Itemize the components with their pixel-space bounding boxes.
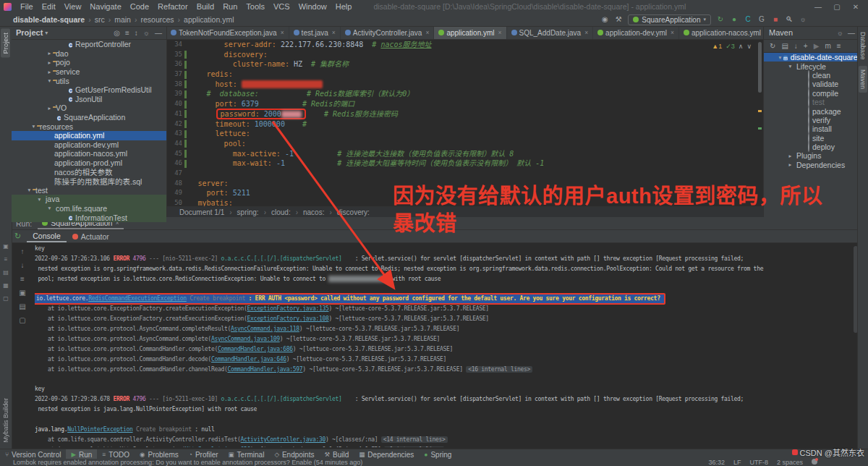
maven-tree-item[interactable]: test (764, 98, 859, 106)
tool-window-button-endpoints[interactable]: ◇Endpoints (269, 449, 319, 459)
services-icon[interactable]: ▤ (3, 269, 9, 276)
expand-icon[interactable]: ↕ (135, 29, 138, 37)
profiler-button[interactable]: C (744, 15, 752, 24)
menu-item-tools[interactable]: Tools (242, 2, 269, 11)
locate-file-icon[interactable]: ◎ (114, 29, 120, 37)
editor-breadcrumb-item[interactable]: Document 1/1 (179, 208, 224, 216)
run-configuration-select[interactable]: SquareApplication ▾ (628, 14, 711, 25)
maven-tree-item[interactable]: install (764, 124, 859, 133)
maven-tree-item[interactable]: compile (764, 89, 859, 98)
tool-window-button-run[interactable]: ▶Run (66, 449, 97, 459)
close-icon[interactable]: × (332, 29, 336, 36)
panel-settings-gear-icon[interactable]: ☼ (143, 29, 150, 37)
tab-actuator[interactable]: Actuator (67, 230, 115, 242)
maven-tree-item[interactable]: clean (764, 71, 859, 80)
status-message[interactable]: Lombok requires enabled annotation proce… (13, 459, 362, 466)
tool-window-button-spring[interactable]: ●Spring (419, 449, 456, 459)
breadcrumb-item[interactable]: disable-date-square (13, 15, 85, 24)
project-tree-item[interactable]: ▸VO (12, 103, 166, 113)
menu-item-window[interactable]: Window (294, 2, 331, 11)
editor-tab[interactable]: application-dev.yml× (593, 26, 679, 39)
maven-tree-item[interactable]: ▾mdisable-date-square (764, 53, 859, 62)
stack-trace-link[interactable]: RedisCommandExecutionException (88, 295, 187, 302)
prev-issue-icon[interactable]: ∧ (739, 43, 744, 50)
project-tree-item[interactable]: ▸pojo (12, 58, 166, 67)
editor-breadcrumb-item[interactable]: nacos: (303, 208, 324, 216)
menu-item-file[interactable]: File (16, 2, 38, 11)
stack-trace-link[interactable]: CommandHandler.java:646 (211, 356, 286, 363)
project-tree-item[interactable]: ▾utils (12, 76, 166, 85)
project-tree-item[interactable]: CReportController (12, 40, 166, 49)
editor-tab[interactable]: application.yml× (434, 26, 506, 39)
editor-scrollbar[interactable] (757, 41, 762, 206)
editor-tab[interactable]: TokenNotFoundException.java× (166, 26, 289, 39)
bookmarks-icon[interactable]: ▦ (3, 282, 9, 289)
project-tree-item[interactable]: ▸service (12, 67, 166, 77)
project-tree-item[interactable]: application-dev.yml (12, 140, 166, 150)
menu-item-vcs[interactable]: VCS (269, 2, 294, 11)
caret-position[interactable]: 36:32 (708, 459, 725, 466)
project-tree-item[interactable]: ▾resources (12, 122, 166, 131)
rerun-button[interactable]: ↻ (716, 15, 725, 24)
maven-add-icon[interactable]: + (804, 42, 808, 50)
project-tree-item[interactable]: CSquareApplication (12, 113, 166, 122)
tool-window-tab-maven[interactable]: Maven (859, 66, 867, 93)
menu-item-build[interactable]: Build (192, 2, 218, 11)
tool-window-button-version-control[interactable]: ⑂Version Control (0, 449, 66, 459)
maven-tree-item[interactable]: site (764, 134, 859, 143)
tool-window-button-dependencies[interactable]: ▦Dependencies (354, 449, 419, 459)
hide-panel-icon[interactable]: — (155, 29, 162, 37)
tool-window-button-build[interactable]: ⚒Build (319, 449, 354, 459)
collapse-all-icon[interactable]: ≡ (125, 29, 129, 37)
project-tree-item[interactable]: application-nacos.yml (12, 149, 166, 158)
stack-trace-link[interactable]: ExceptionFactory.java:108 (247, 315, 329, 322)
maven-settings-gear-icon[interactable]: ☼ (837, 29, 843, 37)
tool-window-button-problems[interactable]: ◉Problems (135, 449, 184, 459)
scroll-down-icon[interactable]: ↓ (21, 261, 25, 269)
stack-trace-link[interactable]: ActivityController.java:30 (241, 436, 326, 443)
inspections-widget[interactable]: ▲1 ✓3 ∧ ∨ (712, 43, 752, 50)
editor-breadcrumb-item[interactable]: discovery: (337, 208, 370, 216)
todo-strip-icon[interactable]: ▢ (3, 295, 9, 302)
project-tree-item[interactable]: 陈操手的用数据库的表.sql (12, 177, 166, 186)
editor-tab[interactable]: SQL_AddDate.java× (507, 26, 594, 39)
menu-item-refactor[interactable]: Refactor (153, 2, 192, 11)
tab-console[interactable]: Console (27, 230, 67, 242)
close-icon[interactable]: × (584, 29, 588, 36)
maven-tree-item[interactable]: package (764, 106, 859, 115)
editor-tab[interactable]: application-nacos.yml× (679, 26, 763, 39)
breadcrumb-item[interactable]: application.yml (184, 15, 234, 24)
project-tree-item[interactable]: ▾test (12, 186, 166, 195)
menu-item-view[interactable]: View (60, 2, 86, 11)
maven-tree-item[interactable]: verify (764, 116, 859, 124)
close-icon[interactable]: × (281, 29, 284, 36)
settings-gear-icon[interactable]: ☼ (799, 15, 807, 24)
stack-trace-link[interactable]: CommandHandler.java:686 (218, 346, 293, 352)
maven-tree-item[interactable]: validate (764, 80, 859, 88)
stack-trace-link[interactable]: AsyncCommand.java:118 (231, 326, 299, 332)
minimize-button[interactable]: — (809, 3, 827, 11)
project-tree-item[interactable]: CInformationTest (12, 213, 166, 222)
maximize-button[interactable]: ▢ (827, 3, 846, 11)
tool-window-tab-mybatis-builder[interactable]: Mybatis Builder (1, 395, 11, 446)
close-icon[interactable]: × (671, 29, 674, 36)
tool-window-button-todo[interactable]: ≡TODO (97, 449, 135, 459)
editor-breadcrumb-item[interactable]: spring: (237, 208, 259, 216)
close-icon[interactable]: × (425, 29, 429, 36)
stack-trace-link[interactable]: CommandHandler.java:597 (227, 366, 302, 373)
breadcrumb-item[interactable]: resources (140, 15, 174, 24)
maven-tree-item[interactable]: ▸Dependencies (764, 161, 859, 169)
scroll-to-end-icon[interactable]: ▣ (19, 289, 25, 297)
tool-window-tab-database[interactable]: Database (859, 28, 867, 64)
breadcrumb-item[interactable]: src (95, 15, 105, 24)
console-output[interactable]: key2022-09-26 17:26:23.106 ERROR 4796 --… (35, 244, 852, 447)
project-tree-item[interactable]: CJsonUtil (12, 95, 166, 104)
breadcrumb-item[interactable]: main (114, 15, 131, 24)
favorites-icon[interactable]: ▣ (3, 243, 9, 250)
stop-button[interactable]: ■ (771, 15, 780, 24)
project-tree-item[interactable]: ▾java (12, 195, 166, 204)
project-tree-item[interactable]: ▸dao (12, 49, 166, 59)
tool-window-button-profiler[interactable]: ◔Profiler (184, 449, 224, 459)
stack-trace-link[interactable]: ExceptionFactory.java:135 (247, 305, 329, 312)
project-tree-item[interactable]: CGetUserFromRedisUtil (12, 85, 166, 95)
